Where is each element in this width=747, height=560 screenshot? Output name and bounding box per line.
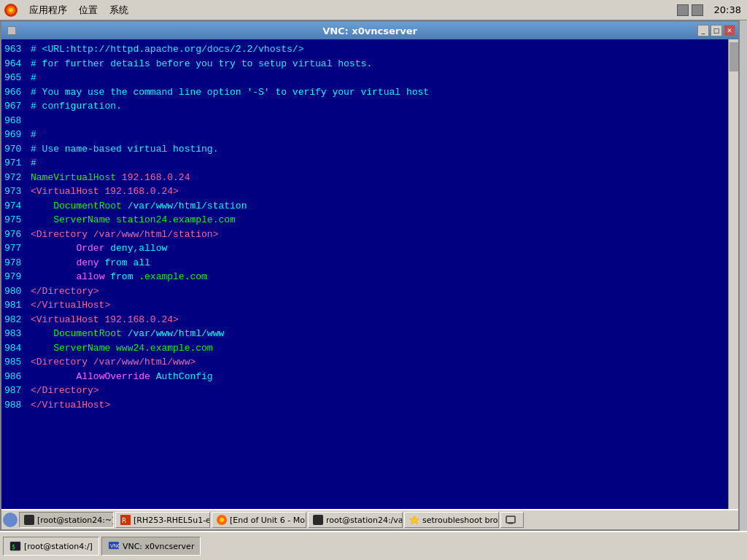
table-row: 980 </Directory> [4,284,735,299]
svg-point-2 [9,8,13,12]
terminal-content: 963 # <URL:http://httpd.apache.org/docs/… [1,39,738,509]
table-row: 969 # [4,128,735,142]
table-row: 986 AllowOverride AuthConfig [4,370,735,384]
menu-places[interactable]: 位置 [73,2,104,18]
svg-text:$: $ [12,544,15,551]
table-row: 972 NameVirtualHost 192.168.0.24 [4,171,735,185]
svg-text:VNC: VNC [110,543,120,548]
vnc-taskbar-screen[interactable] [500,512,524,528]
menu-system[interactable]: 系统 [104,2,134,18]
svg-marker-8 [409,516,419,524]
scrollbar[interactable] [728,39,738,509]
top-menubar: 应用程序 位置 系统 20:38 [0,0,747,20]
tray-icon-1 [677,4,689,16]
tray-icon-2 [692,4,703,16]
terminal-icon-2 [313,515,323,525]
screen-icon [506,515,516,525]
vnc-taskbar-label-5: setroubleshoot bro... [422,516,499,525]
sys-taskbar-terminal[interactable]: $ [root@station4:/] [3,537,99,556]
close-button[interactable]: ✕ [724,25,735,36]
vnc-window: VNC: x0vncserver _ □ ✕ 963 # <URL:http:/… [0,20,740,531]
clock: 20:38 [714,4,741,15]
vnc-taskbar-label-3: [End of Unit 6 - Mo... [230,516,306,525]
vnc-title: VNC: x0vncserver [322,26,417,36]
scrollbar-thumb[interactable] [729,42,738,71]
table-row: 974 DocumentRoot /var/www/html/station [4,199,735,214]
vnc-taskbar: [root@station24:~] R [RH253-RHEL5u1-e...… [1,509,738,529]
svg-point-3 [5,515,15,525]
rhel-icon: R [120,515,131,525]
table-row: 971 # [4,156,735,171]
table-row: 987 </Directory> [4,384,735,398]
table-row: 978 deny from all [4,256,735,271]
table-row: 966 # You may use the command line optio… [4,85,735,100]
table-row: 967 # configuration. [4,99,735,114]
vnc-taskbar-start-icon [3,513,18,527]
system-taskbar: $ [root@station4:/] VNC VNC: x0vncserver [0,531,747,560]
table-row: 979 allow from .example.com [4,270,735,284]
sys-vnc-icon: VNC [108,540,120,552]
menu-apps[interactable]: 应用程序 [23,2,73,18]
table-row: 985 <Directory /var/www/html/www> [4,355,735,370]
sys-terminal-icon: $ [9,540,21,552]
table-row: 984 ServerName www24.example.com [4,341,735,356]
table-row: 973 <VirtualHost 192.168.0.24> [4,184,735,199]
app-icon [4,3,18,18]
table-row: 968 [4,114,735,128]
maximize-button[interactable]: □ [711,25,722,36]
vnc-taskbar-rhel[interactable]: R [RH253-RHEL5u1-e... [115,512,210,528]
sys-taskbar-label-2: VNC: x0vncserver [123,542,195,551]
vnc-taskbar-firefox[interactable]: [End of Unit 6 - Mo... [212,512,306,528]
table-row: 982 <VirtualHost 192.168.0.24> [4,313,735,327]
tray-icons [677,4,703,16]
table-row: 981 </VirtualHost> [4,298,735,313]
table-row: 988 </VirtualHost> [4,398,735,413]
firefox-icon [217,515,227,525]
table-row: 983 DocumentRoot /var/www/html/www [4,327,735,341]
svg-point-7 [220,518,224,522]
svg-text:R: R [122,517,126,524]
win-indicator [7,26,16,35]
minimize-button[interactable]: _ [697,25,709,36]
vnc-taskbar-setroubleshoot[interactable]: setroubleshoot bro... [404,512,499,528]
sys-taskbar-vnc[interactable]: VNC VNC: x0vncserver [101,537,201,556]
table-row: 964 # for further details before you try… [4,57,735,71]
vnc-titlebar: VNC: x0vncserver _ □ ✕ [1,22,738,39]
vnc-taskbar-label-2: [RH253-RHEL5u1-e... [133,516,210,525]
vnc-taskbar-terminal1[interactable]: [root@station24:~] [19,512,114,528]
table-row: 977 Order deny,allow [4,241,735,256]
svg-rect-9 [506,516,515,523]
window-buttons: _ □ ✕ [697,25,735,36]
star-icon [409,515,419,525]
terminal-icon-1 [24,515,34,525]
sys-taskbar-label-1: [root@station4:/] [24,542,93,551]
vnc-taskbar-terminal2[interactable]: root@station24:/va... [308,512,403,528]
svg-rect-10 [508,523,513,524]
vnc-taskbar-label-4: root@station24:/va... [326,516,403,525]
vnc-taskbar-label-1: [root@station24:~] [37,516,114,525]
table-row: 970 # Use name-based virtual hosting. [4,142,735,157]
table-row: 975 ServerName station24.example.com [4,213,735,228]
table-row: 963 # <URL:http://httpd.apache.org/docs/… [4,42,735,57]
table-row: 965 # [4,71,735,85]
table-row: 976 <Directory /var/www/html/station> [4,228,735,242]
